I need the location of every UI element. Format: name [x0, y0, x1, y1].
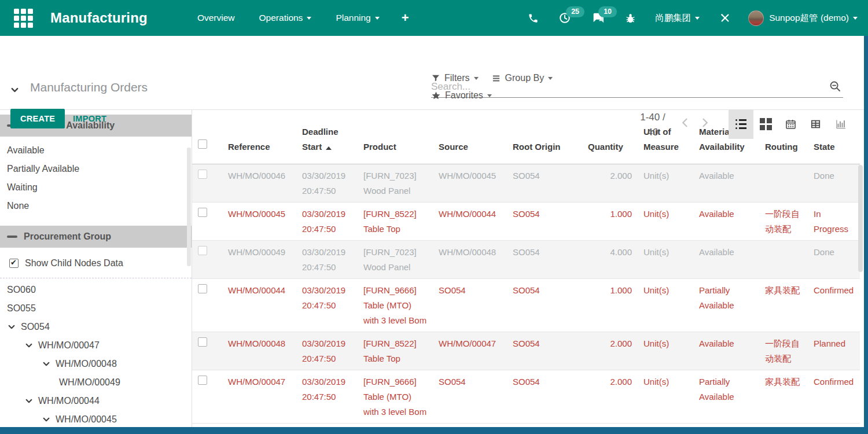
cell-root-origin: SO054: [507, 164, 582, 202]
cell-availability: Available: [693, 240, 759, 278]
col-product[interactable]: Product: [358, 110, 433, 164]
cell-source: WH/MO/00045: [433, 164, 507, 202]
checkbox-checked-icon[interactable]: [9, 259, 19, 268]
col-root-origin[interactable]: Root Origin: [507, 110, 582, 164]
app-menu: Overview Operations Planning +: [189, 8, 415, 28]
cell-deadline: 03/30/2019 20:47:50: [296, 370, 358, 423]
menu-operations[interactable]: Operations: [251, 8, 320, 28]
page-scrollbar[interactable]: [858, 165, 863, 272]
breadcrumb-expand-icon[interactable]: [10, 86, 20, 97]
row-checkbox[interactable]: [198, 337, 207, 347]
tree-item-so060[interactable]: SO060: [0, 281, 192, 299]
kanban-view-button[interactable]: [753, 109, 778, 139]
company-switcher[interactable]: 尚鹏集团: [655, 12, 700, 24]
chevron-down-icon[interactable]: [24, 341, 34, 350]
apps-grid-icon[interactable]: [14, 9, 33, 28]
table-row[interactable]: WH/MO/00048 03/30/2019 20:47:50 [FURN_85…: [192, 332, 860, 370]
tree-item-so055[interactable]: SO055: [0, 299, 192, 318]
tree-item-so054[interactable]: SO054: [0, 318, 192, 336]
cell-quantity: 2.000: [582, 164, 638, 202]
cell-root-origin: SO054: [507, 240, 582, 278]
cell-root-origin: SO054: [507, 278, 582, 332]
filter-toolbar-row2: Favorites: [431, 90, 505, 101]
row-checkbox[interactable]: [198, 376, 207, 385]
view-switcher: [729, 109, 853, 139]
favorites-dropdown[interactable]: Favorites: [431, 90, 492, 101]
pager-range: 1-40 /: [633, 110, 672, 125]
bug-icon[interactable]: [624, 12, 637, 24]
group-by-dropdown[interactable]: Group By: [491, 73, 553, 83]
cell-reference: WH/MO/00046: [222, 164, 296, 202]
cell-source: SO054: [433, 370, 507, 423]
quick-add-button[interactable]: +: [396, 8, 415, 28]
cell-reference: WH/MO/00049: [222, 240, 296, 278]
menu-overview[interactable]: Overview: [189, 8, 243, 28]
cell-uom: Unit(s): [638, 332, 693, 370]
filters-dropdown[interactable]: Filters: [431, 73, 479, 83]
row-checkbox[interactable]: [198, 284, 207, 293]
pivot-view-button[interactable]: [803, 109, 828, 139]
section-procurement-group[interactable]: Procurement Group: [0, 226, 192, 248]
chevron-down-icon: [474, 77, 479, 80]
col-quantity[interactable]: Quantity: [582, 110, 638, 164]
messages-icon[interactable]: 10: [591, 12, 605, 24]
cell-availability: Available: [693, 202, 759, 240]
table-row[interactable]: WH/MO/00046 03/30/2019 20:47:50 [FURN_70…: [192, 164, 860, 202]
create-button[interactable]: CREATE: [10, 109, 65, 128]
chevron-down-icon[interactable]: [42, 360, 51, 368]
pager-next-icon[interactable]: [699, 117, 711, 131]
graph-view-button[interactable]: [828, 109, 853, 139]
cell-quantity: 2.000: [582, 370, 638, 423]
tree-item-wh-mo-00045[interactable]: WH/MO/00045: [0, 410, 192, 427]
cell-product: [FURN_9666] Table (MTO) with 3 level Bom: [358, 370, 433, 423]
row-checkbox[interactable]: [198, 170, 207, 179]
table-row[interactable]: WH/MO/00049 03/30/2019 20:47:50 [FURN_70…: [192, 240, 860, 278]
calendar-view-button[interactable]: [778, 109, 803, 139]
cell-state: Done: [808, 240, 860, 278]
filter-item-none[interactable]: None: [0, 197, 192, 215]
pager-prev-icon[interactable]: [679, 117, 691, 131]
chevron-down-icon[interactable]: [42, 415, 51, 424]
table-row[interactable]: WH/MO/00047 03/30/2019 20:47:50 [FURN_96…: [192, 370, 860, 423]
cell-quantity: 1.000: [582, 278, 638, 332]
search-icon[interactable]: [829, 80, 842, 95]
list-view-button[interactable]: [729, 109, 753, 139]
page-title: Manufacturing Orders: [30, 80, 148, 94]
select-all-checkbox[interactable]: [198, 139, 207, 149]
cell-quantity: 2.000: [582, 332, 638, 370]
sidebar-scrollbar[interactable]: [187, 148, 191, 266]
tree-item-wh-mo-00049[interactable]: WH/MO/00049: [0, 373, 192, 392]
tree-item-wh-mo-00047[interactable]: WH/MO/00047: [0, 336, 192, 355]
row-checkbox[interactable]: [198, 246, 207, 255]
show-child-nodes-checkbox[interactable]: Show Child Nodes Data: [0, 253, 192, 273]
col-reference[interactable]: Reference: [222, 110, 296, 164]
table-row[interactable]: WH/MO/00044 03/30/2019 20:47:50 [FURN_96…: [192, 278, 860, 332]
row-checkbox[interactable]: [198, 208, 207, 217]
table-row[interactable]: WH/MO/00045 03/30/2019 20:47:50 [FURN_85…: [192, 202, 860, 240]
tree-item-wh-mo-00048[interactable]: WH/MO/00048: [0, 355, 192, 373]
cell-quantity: 4.000: [582, 240, 638, 278]
filter-item-partially-available[interactable]: Partially Available: [0, 160, 192, 178]
col-deadline-start[interactable]: Deadline Start: [296, 110, 358, 164]
phone-icon[interactable]: [528, 13, 539, 24]
chevron-down-icon[interactable]: [7, 323, 16, 331]
chevron-down-icon[interactable]: [24, 397, 34, 405]
chevron-down-icon: [548, 77, 553, 80]
cell-reference: WH/MO/00044: [222, 278, 296, 332]
col-source[interactable]: Source: [433, 110, 507, 164]
tree-item-wh-mo-00044[interactable]: WH/MO/00044: [0, 392, 192, 410]
cell-uom: Unit(s): [638, 370, 693, 423]
debug-tools-icon[interactable]: [719, 12, 731, 24]
import-button[interactable]: IMPORT: [73, 114, 106, 123]
chevron-down-icon: [853, 17, 858, 20]
app-title: Manufacturing: [50, 10, 148, 26]
user-menu[interactable]: Sunpop超管 (demo): [769, 12, 858, 24]
cell-product: [FURN_8522] Table Top: [358, 332, 433, 370]
cell-state: In Progress: [808, 202, 860, 240]
menu-planning[interactable]: Planning: [328, 8, 387, 28]
filter-item-waiting[interactable]: Waiting: [0, 178, 192, 197]
activities-clock-icon[interactable]: 25: [558, 12, 571, 24]
filter-item-available[interactable]: Available: [0, 141, 192, 160]
cell-routing: 一阶段自动装配: [759, 332, 808, 370]
user-avatar[interactable]: [748, 10, 764, 26]
